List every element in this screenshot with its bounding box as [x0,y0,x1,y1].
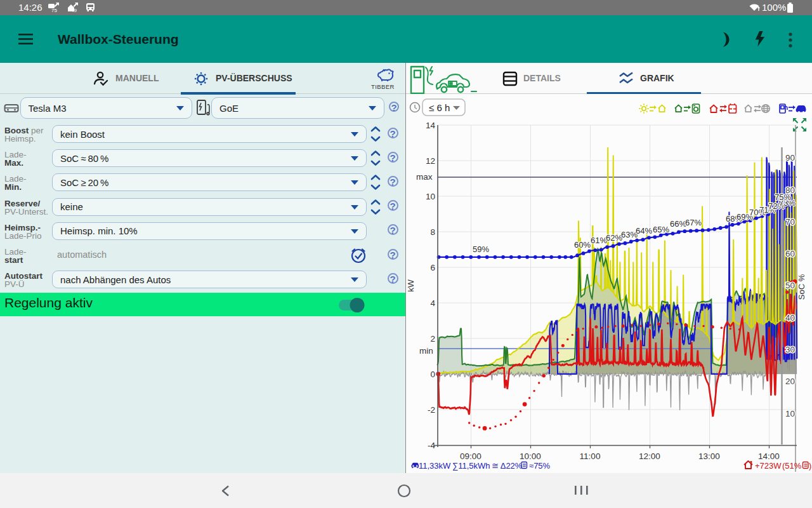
svg-text:6: 6 [430,263,435,272]
svg-text:14:00: 14:00 [758,451,780,461]
svg-text:59%: 59% [473,244,489,254]
svg-text:20: 20 [785,377,795,386]
svg-text:75: 75 [51,8,57,13]
svg-text:50: 50 [785,281,795,290]
svg-text:+723W: +723W [755,461,782,471]
svg-text:75%: 75% [775,192,791,202]
svg-text:11,33kW: 11,33kW [419,461,451,471]
svg-text:max: max [416,172,433,182]
svg-text:12:00: 12:00 [639,451,660,461]
svg-text:14: 14 [426,121,436,130]
svg-text:≈75%: ≈75% [529,461,551,471]
svg-text:64%: 64% [636,226,652,236]
svg-text:-4: -4 [428,441,435,450]
svg-text:2: 2 [430,334,435,344]
svg-text:4: 4 [430,298,435,308]
svg-text:13:00: 13:00 [698,451,720,461]
svg-text:67%: 67% [685,218,702,227]
svg-text:66%: 66% [670,219,686,229]
svg-text:≤ 6 h: ≤ 6 h [429,102,450,113]
svg-text:09:00: 09:00 [460,451,481,461]
svg-text:-2: -2 [428,405,435,415]
svg-text:90: 90 [785,153,795,163]
svg-text:0: 0 [430,370,435,379]
svg-text:(51%: (51% [782,461,802,471]
svg-text:SoC %: SoC % [797,274,806,300]
svg-text:min: min [419,346,433,356]
svg-text:8: 8 [430,227,435,237]
svg-text:10:00: 10:00 [520,451,541,461]
svg-text:30: 30 [785,345,795,354]
svg-text:61%: 61% [591,236,607,245]
svg-text:60: 60 [785,249,795,258]
svg-text:12: 12 [426,156,435,166]
svg-text:60%: 60% [574,240,591,250]
svg-text:70: 70 [785,217,795,227]
svg-text:kW: kW [406,279,416,292]
svg-text:10: 10 [785,409,795,418]
svg-text:10: 10 [426,192,435,201]
svg-text:49: 49 [71,8,77,13]
svg-text:∑11,5kWh ≅ Δ22%: ∑11,5kWh ≅ Δ22% [452,461,523,471]
svg-text:65%: 65% [653,225,669,234]
svg-text:): ) [809,461,811,471]
svg-text:62%: 62% [606,233,622,243]
svg-text:11:00: 11:00 [580,451,601,461]
svg-text:40: 40 [785,313,795,323]
